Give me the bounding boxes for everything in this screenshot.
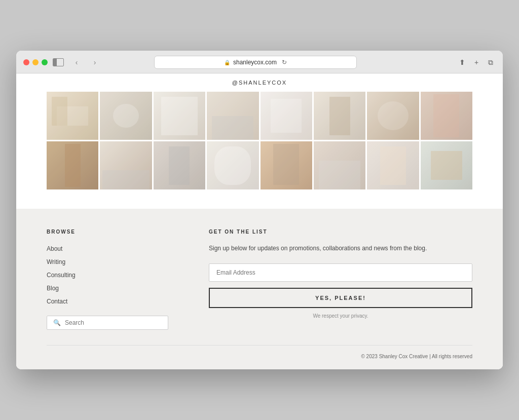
newsletter-title: GET ON THE LIST [209, 229, 472, 235]
footer-bottom: © 2023 Shanley Cox Creative | All rights… [47, 345, 472, 359]
list-item: Consulting [47, 270, 189, 279]
new-tab-icon[interactable]: + [471, 57, 481, 67]
sidebar-toggle-icon[interactable] [53, 58, 64, 66]
list-item: Contact [47, 296, 189, 306]
footer-search-container: 🔍 [47, 316, 168, 330]
search-input[interactable] [65, 319, 162, 326]
minimize-button[interactable] [32, 59, 39, 65]
photo-grid [16, 90, 503, 194]
photo-7[interactable] [367, 92, 419, 140]
browser-window: ‹ › 🔒 shanleycox.com ↻ ⬆ + ⧉ @SHANLEYCOX [16, 51, 503, 369]
forward-button[interactable]: › [88, 57, 101, 67]
search-icon: 🔍 [53, 319, 61, 326]
photo-15[interactable] [367, 141, 419, 189]
back-button[interactable]: ‹ [70, 57, 83, 67]
page-content: @SHANLEYCOX [16, 73, 503, 369]
maximize-button[interactable] [42, 59, 48, 65]
nav-about-link[interactable]: About [47, 245, 62, 252]
footer-nav: About Writing Consulting Blog Contact [47, 244, 189, 306]
refresh-icon[interactable]: ↻ [282, 59, 287, 66]
browser-chrome: ‹ › 🔒 shanleycox.com ↻ ⬆ + ⧉ [16, 51, 503, 73]
photo-13[interactable] [261, 141, 312, 189]
copyright-text: © 2023 Shanley Cox Creative | All rights… [361, 354, 472, 359]
footer-main: BROWSE About Writing Consulting Blog [47, 229, 472, 330]
photo-4[interactable] [207, 92, 258, 140]
list-item: About [47, 244, 189, 253]
photo-8[interactable] [421, 92, 472, 140]
photo-3[interactable] [154, 92, 205, 140]
browse-title: BROWSE [47, 229, 189, 235]
photo-10[interactable] [100, 141, 152, 189]
footer-right: GET ON THE LIST Sign up below for update… [209, 229, 472, 330]
photo-11[interactable] [154, 141, 205, 189]
list-item: Blog [47, 283, 189, 292]
photo-9[interactable] [47, 141, 98, 189]
footer-left: BROWSE About Writing Consulting Blog [47, 229, 189, 330]
privacy-text: We respect your privacy. [209, 313, 472, 319]
tabs-icon[interactable]: ⧉ [486, 57, 496, 67]
share-icon[interactable]: ⬆ [457, 57, 467, 67]
address-bar[interactable]: 🔒 shanleycox.com ↻ [154, 56, 357, 69]
footer: BROWSE About Writing Consulting Blog [16, 209, 503, 369]
subscribe-button[interactable]: YES, PLEASE! [209, 288, 472, 308]
url-text: shanleycox.com [233, 59, 277, 66]
photo-5[interactable] [261, 92, 312, 140]
photo-16[interactable] [421, 141, 472, 189]
nav-blog-link[interactable]: Blog [47, 285, 59, 292]
photo-2[interactable] [100, 92, 152, 140]
nav-contact-link[interactable]: Contact [47, 298, 67, 305]
nav-writing-link[interactable]: Writing [47, 258, 65, 265]
browser-actions: ⬆ + ⧉ [457, 57, 496, 67]
photo-12[interactable] [207, 141, 258, 189]
nav-consulting-link[interactable]: Consulting [47, 272, 76, 279]
email-input[interactable] [209, 263, 472, 282]
photo-1[interactable] [47, 92, 98, 140]
instagram-handle: @SHANLEYCOX [16, 73, 503, 90]
lock-icon: 🔒 [224, 60, 230, 65]
traffic-lights [23, 59, 48, 65]
close-button[interactable] [23, 59, 29, 65]
newsletter-description: Sign up below for updates on promotions,… [209, 244, 472, 253]
photo-6[interactable] [314, 92, 365, 140]
photo-14[interactable] [314, 141, 365, 189]
list-item: Writing [47, 257, 189, 266]
